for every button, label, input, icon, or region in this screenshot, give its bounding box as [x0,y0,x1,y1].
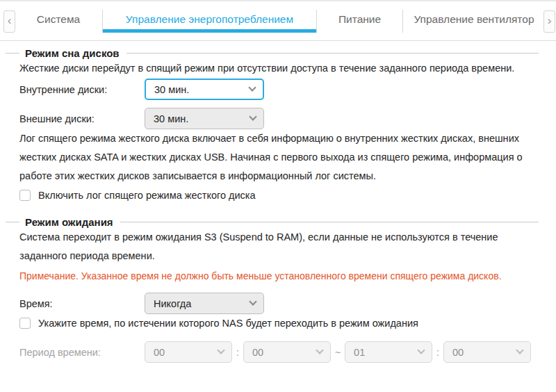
time-period-row: Период времени: 00 : 00 ~ 01 : 00 [19,341,539,363]
period-start-hour-select: 00 [145,341,232,363]
period-start-hour-value: 00 [154,347,165,358]
tab-power-management[interactable]: Управление энергопотреблением [103,10,317,33]
period-end-minute-value: 00 [452,347,464,358]
chevron-left-icon: ‹ [8,15,12,26]
enable-sleep-log-label[interactable]: Включить лог спящего режима жесткого дис… [38,190,256,201]
internal-disks-selected-value: 30 мин. [154,84,189,95]
section-rule-right [120,222,539,222]
tab-power[interactable]: Питание [317,10,403,33]
standby-time-row: Время: Никогда [19,293,539,314]
period-end-minute-select: 00 [443,341,531,363]
specify-standby-time-checkbox[interactable] [19,318,31,329]
chevron-right-icon: › [548,15,552,26]
tab-fan-control[interactable]: Управление вентилятор [403,10,545,33]
standby-time-label: Время: [19,298,145,309]
standby-intro-text: Система переходит в режим ожидания S3 (S… [19,228,539,266]
tab-list: Система Управление энергопотреблением Пи… [15,10,545,33]
chevron-down-icon [249,113,256,120]
specify-standby-time-label[interactable]: Укажите время, по истечении которого NAS… [38,318,418,329]
section-header-disk-sleep: Режим сна дисков [6,47,539,59]
section-header-standby: Режим ожидания [6,216,539,228]
tab-system[interactable]: Система [15,10,103,33]
external-disks-select[interactable]: 30 мин. [145,108,264,129]
standby-time-selected-value: Никогда [154,298,191,309]
tab-scroll-left-button[interactable]: ‹ [3,10,15,33]
standby-warning-note: Примечание. Указанное время не должно бы… [19,269,539,283]
specify-standby-time-row: Укажите время, по истечении которого NAS… [19,318,539,329]
disk-sleep-log-description: Лог спящего режима жесткого диска включа… [19,129,539,186]
section-rule-left [6,222,19,222]
chevron-down-icon [516,346,523,354]
time-period-label: Период времени: [19,347,145,358]
time-colon-separator: : [236,347,239,358]
internal-disks-select[interactable]: 30 мин. [145,79,264,100]
section-rule-left [6,53,19,54]
period-end-hour-select: 01 [345,341,432,363]
chevron-down-icon [217,346,224,354]
internal-disks-row: Внутренние диски: 30 мин. [19,79,539,100]
enable-sleep-log-row: Включить лог спящего режима жесткого дис… [19,190,539,201]
chevron-down-icon [417,346,425,354]
tabbar-divider [0,40,556,41]
period-start-minute-value: 00 [252,347,263,358]
standby-time-select[interactable]: Никогда [145,293,264,314]
time-colon-separator: : [436,347,439,358]
disk-sleep-intro-text: Жесткие диски перейдут в спящий режим пр… [19,59,539,78]
chevron-down-icon [316,346,323,354]
section-rule-right [126,53,539,54]
external-disks-label: Внешние диски: [19,113,145,124]
time-range-separator: ~ [335,347,341,358]
external-disks-selected-value: 30 мин. [154,113,188,124]
period-start-minute-select: 00 [243,341,331,363]
section-title: Режим ожидания [25,216,113,228]
external-disks-row: Внешние диски: 30 мин. [19,108,539,129]
tab-bar: ‹ Система Управление энергопотреблением … [0,0,556,40]
period-end-hour-value: 01 [354,347,365,358]
settings-content: Режим сна дисков Жесткие диски перейдут … [0,47,556,363]
chevron-down-icon [248,83,256,91]
power-management-settings-page: ‹ Система Управление энергопотреблением … [0,0,556,392]
section-title: Режим сна дисков [25,47,120,59]
internal-disks-label: Внутренние диски: [19,84,145,95]
chevron-down-icon [249,297,256,305]
enable-sleep-log-checkbox[interactable] [19,190,31,201]
tab-scroll-right-button[interactable]: › [543,10,555,33]
